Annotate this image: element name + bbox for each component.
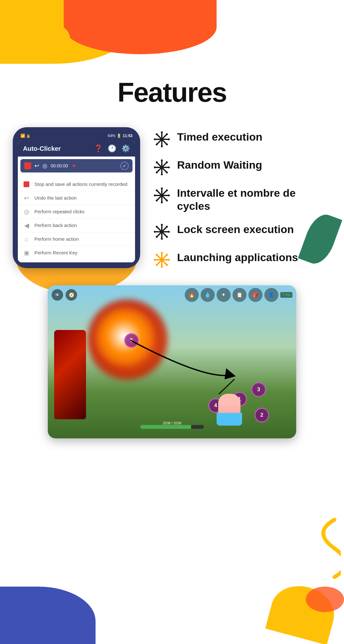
blob-bottom-orange2 (306, 587, 344, 612)
feature-interval-label: Intervalle et nombre de cycles (177, 187, 331, 213)
back-icon: ◀ (23, 222, 30, 229)
svg-point-29 (161, 187, 163, 189)
hud-action-3: ✦ (217, 288, 231, 302)
menu-item-stop[interactable]: Stop and save all actions currently reco… (18, 178, 135, 191)
svg-point-21 (156, 161, 158, 163)
stop-record-button[interactable] (24, 162, 31, 169)
svg-point-58 (166, 264, 168, 266)
hand-cursor (213, 394, 245, 432)
feature-random-label: Random Waiting (177, 158, 262, 172)
svg-point-41 (161, 224, 163, 226)
health-bar (140, 425, 204, 429)
app-name: Auto-Clicker (23, 145, 61, 152)
svg-point-6 (161, 145, 163, 147)
svg-point-45 (156, 226, 158, 228)
svg-point-23 (166, 161, 168, 163)
toolbar-confirm-button[interactable]: ✓ (120, 162, 129, 170)
hud-action-1: 🔥 (185, 288, 199, 302)
feature-lock-label: Lock screen execution (177, 223, 294, 236)
health-text: 2038 / 2038 (163, 421, 181, 425)
health-fill (140, 425, 191, 429)
phone-mockup: 📶 🔒 64% 🔋 11:53 Auto-Clicker ❓ 🕐 (13, 127, 140, 268)
menu-item-home-label: Perform home action (34, 236, 79, 242)
blob-bottom-blue (0, 587, 96, 644)
hud-left-icons: 👁 🧭 (52, 289, 77, 301)
game-explosion-inner (92, 304, 156, 368)
svg-point-11 (166, 133, 168, 135)
main-content: 📶 🔒 64% 🔋 11:53 Auto-Clicker ❓ 🕐 (0, 127, 344, 279)
wifi-icon: 🔒 (26, 134, 31, 138)
svg-point-44 (168, 231, 170, 233)
features-list: Timed execution Ran (153, 127, 331, 279)
phone-outer: 📶 🔒 64% 🔋 11:53 Auto-Clicker ❓ 🕐 (13, 127, 140, 268)
feature-lock-icon (153, 223, 171, 241)
svg-point-54 (161, 266, 163, 268)
hud-action-2: 💧 (201, 288, 215, 302)
menu-items-list: Stop and save all actions currently reco… (18, 175, 135, 262)
svg-point-18 (161, 173, 163, 175)
click-point-3: 3 (251, 382, 266, 397)
menu-item-recent[interactable]: ▣ Perform Recent Key (18, 246, 135, 260)
svg-point-5 (161, 131, 163, 133)
svg-point-56 (168, 259, 170, 261)
click-point-5: 5 (124, 333, 139, 348)
hud-icon-1: 👁 (52, 289, 63, 301)
game-screenshot: 👁 🧭 🔥 💧 ✦ 📋 🎒 👤 7 ms 5 4 3 2 1 (48, 285, 296, 438)
svg-point-17 (161, 159, 163, 161)
svg-point-35 (166, 189, 168, 191)
svg-point-46 (166, 236, 168, 238)
toolbar-bar: ↩ ◎ 00:00:00 ✓ (20, 159, 133, 172)
toolbar-undo-icon[interactable]: ↩ (34, 162, 39, 169)
svg-point-7 (154, 138, 156, 140)
battery-text: 64% (108, 134, 115, 138)
feature-launch: Launching applications (153, 251, 331, 269)
phone-screen: Auto-Clicker ❓ 🕐 ⚙️ ↩ ◎ 00:00:00 ✓ (18, 141, 135, 262)
page-title: Features (0, 77, 344, 108)
svg-point-22 (166, 172, 168, 173)
svg-point-47 (166, 226, 168, 228)
squiggle-decoration (309, 516, 341, 580)
blob-top-yellow2 (0, 19, 70, 57)
feature-interval: Intervalle et nombre de cycles (153, 187, 331, 213)
app-header-icons: ❓ 🕐 ⚙️ (94, 144, 130, 153)
undo-icon: ↩ (23, 194, 30, 201)
menu-item-back[interactable]: ◀ Perform back action (18, 219, 135, 232)
toolbar-target-icon[interactable]: ◎ (42, 162, 47, 169)
feature-timed-icon (153, 130, 171, 148)
game-hud: 👁 🧭 🔥 💧 ✦ 📋 🎒 👤 7 ms (48, 288, 296, 302)
help-icon[interactable]: ❓ (94, 144, 103, 153)
feature-interval-icon (153, 187, 171, 204)
feature-timed: Timed execution (153, 130, 331, 148)
menu-item-stop-label: Stop and save all actions currently reco… (34, 181, 127, 187)
menu-item-repeat-clicks[interactable]: ◎ Perform repeated clicks (18, 205, 135, 219)
game-section: 👁 🧭 🔥 💧 ✦ 📋 🎒 👤 7 ms 5 4 3 2 1 (0, 285, 344, 438)
feature-timed-label: Timed execution (177, 130, 262, 143)
hud-action-5: 🎒 (248, 288, 262, 302)
settings-icon[interactable]: ⚙️ (121, 144, 130, 153)
svg-point-33 (156, 189, 158, 191)
menu-item-undo[interactable]: ↩ Undo the last action (18, 191, 135, 205)
svg-point-36 (156, 200, 158, 201)
svg-point-55 (154, 259, 156, 261)
svg-point-8 (168, 138, 170, 140)
game-character (54, 330, 86, 419)
recording-indicator (73, 165, 75, 167)
svg-point-34 (166, 200, 168, 201)
stop-icon (23, 181, 30, 188)
app-header: Auto-Clicker ❓ 🕐 ⚙️ (18, 141, 135, 157)
svg-point-10 (166, 143, 168, 145)
svg-point-30 (161, 201, 163, 203)
svg-point-32 (168, 194, 170, 196)
signal-icon: 📶 (20, 134, 25, 138)
ping-display: 7 ms (280, 292, 292, 298)
history-icon[interactable]: 🕐 (108, 144, 116, 153)
phone-status-bar: 📶 🔒 64% 🔋 11:53 (18, 133, 135, 141)
feature-lock: Lock screen execution (153, 223, 331, 241)
svg-rect-0 (24, 181, 29, 187)
feature-random-icon (153, 158, 171, 176)
svg-point-59 (166, 254, 168, 256)
hud-right-icons: 🔥 💧 ✦ 📋 🎒 👤 7 ms (185, 288, 292, 302)
menu-item-home[interactable]: ⌂ Perform home action (18, 232, 135, 246)
hud-avatar: 👤 (264, 288, 278, 302)
svg-point-57 (156, 254, 158, 256)
